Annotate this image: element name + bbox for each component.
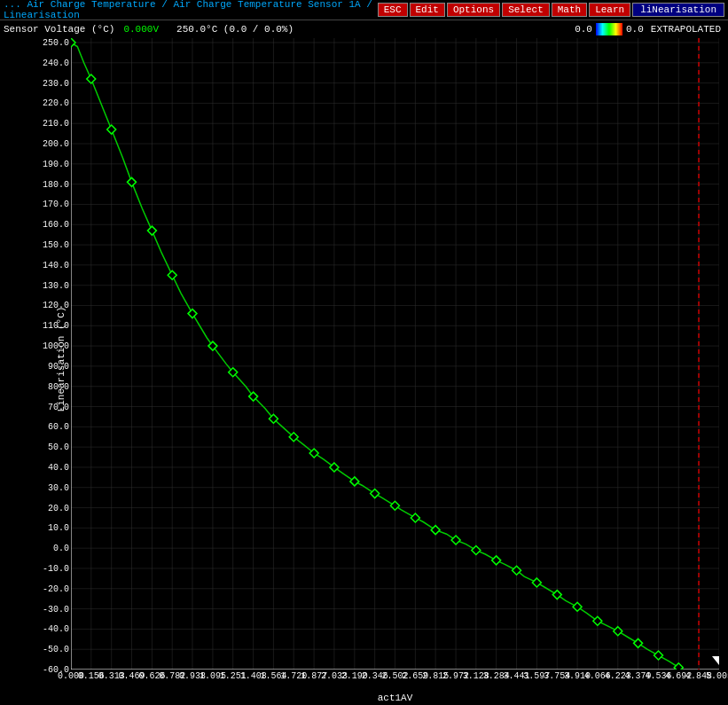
canvas-wrapper [71, 38, 719, 670]
y-tick-label: 200.0 [43, 139, 69, 149]
y-tick-label: -10.0 [43, 563, 69, 573]
left-value: 0.0 [575, 24, 592, 35]
y-tick-label: 180.0 [43, 179, 69, 189]
options-button[interactable]: Options [447, 3, 500, 17]
esc-button[interactable]: ESC [378, 3, 408, 17]
info-bar: Sensor Voltage (°C) 0.000V 250.0°C (0.0 … [0, 20, 728, 38]
y-tick-label: 60.0 [48, 422, 69, 432]
toolbar: ESC Edit Options Select Math Learn liNea… [378, 3, 724, 17]
chart-area: Linearisation (°C) 250.0240.0230.0220.02… [0, 38, 728, 705]
x-tick-label: 5.005 [706, 671, 728, 681]
x-axis-area: act1AV 0.0000.1560.3130.4690.6260.7820.9… [71, 670, 719, 705]
y-tick-label: 130.0 [43, 280, 69, 290]
y-tick-label: 10.0 [48, 523, 69, 533]
y-tick-label: 80.0 [48, 381, 69, 391]
y-tick-label: 210.0 [43, 119, 69, 129]
y-tick-label: 160.0 [43, 220, 69, 230]
right-value: 0.0 [626, 24, 644, 35]
y-tick-label: 220.0 [43, 98, 69, 108]
extrapolated-bar: 0.0 0.0 EXTRAPOLATED [575, 23, 721, 35]
y-tick-label: 110.0 [43, 321, 69, 331]
y-tick-label: -40.0 [43, 624, 69, 634]
sensor-label: Sensor Voltage (°C) [4, 24, 114, 35]
y-tick-label: 150.0 [43, 240, 69, 250]
edit-button[interactable]: Edit [410, 3, 445, 17]
y-tick-label: 0.0 [53, 544, 69, 553]
color-block-blue [596, 23, 622, 35]
y-tick-label: 50.0 [48, 443, 69, 452]
y-tick-label: 190.0 [43, 159, 69, 168]
y-tick-label: 40.0 [48, 462, 69, 472]
y-tick-label: 100.0 [43, 341, 69, 351]
learn-button[interactable]: Learn [589, 3, 630, 17]
y-tick-label: 240.0 [43, 58, 69, 67]
y-tick-label: 30.0 [48, 482, 69, 492]
y-tick-area: 250.0240.0230.0220.0210.0200.0190.0180.0… [0, 38, 71, 670]
linearisation-button[interactable]: liNearisation [632, 3, 724, 17]
y-tick-label: 230.0 [43, 78, 69, 88]
top-bar: ... Air Charge Temperature / Air Charge … [0, 0, 728, 20]
select-button[interactable]: Select [502, 3, 550, 17]
y-tick-label: 70.0 [48, 402, 69, 411]
y-tick-label: 170.0 [43, 200, 69, 209]
y-tick-label: 250.0 [43, 38, 69, 48]
y-tick-label: 90.0 [48, 361, 69, 371]
voltage-value: 0.000V [123, 24, 159, 35]
y-tick-label: -50.0 [43, 645, 69, 654]
y-tick-label: 120.0 [43, 301, 69, 310]
x-axis-label: act1AV [378, 693, 413, 703]
chart-canvas[interactable] [71, 38, 719, 670]
breadcrumb: ... Air Charge Temperature / Air Charge … [4, 0, 378, 20]
y-tick-label: -30.0 [43, 604, 69, 614]
temp-value: 250.0°C (0.0 / 0.0%) [176, 24, 575, 35]
math-button[interactable]: Math [552, 3, 587, 17]
y-tick-label: 20.0 [48, 503, 69, 513]
y-tick-label: -20.0 [43, 584, 69, 593]
y-tick-label: 140.0 [43, 260, 69, 270]
extrapolated-label: EXTRAPOLATED [651, 24, 721, 35]
